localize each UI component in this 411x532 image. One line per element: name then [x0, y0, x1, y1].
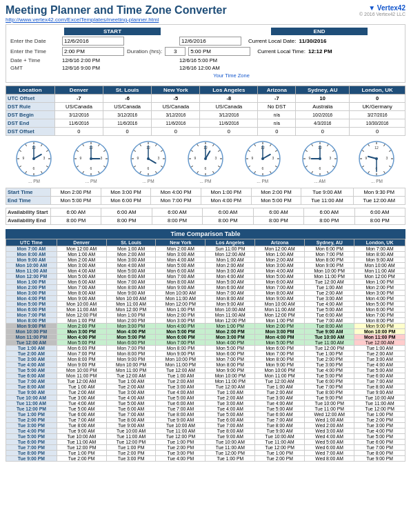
location-col-header: Location	[6, 86, 55, 95]
current-local-time-value: 12:12 PM	[308, 48, 332, 55]
time-cell: Mon 2:00 PM	[57, 324, 106, 329]
times-table: Start Time Mon 2:00 PM Mon 3:00 PM Mon 4…	[6, 188, 405, 205]
location-table: Location Denver St. Louis New York Los A…	[6, 86, 405, 136]
time-cell: Mon 10:00 PM	[156, 357, 206, 362]
table-row: Tue 2:00 AMMon 7:00 PMMon 8:00 PMMon 9:0…	[6, 351, 405, 357]
utc-time-cell: Mon 11:00 AM	[6, 268, 57, 274]
table-row: Mon 7:00 PMMon 12:00 PMMon 1:00 PMMon 2:…	[6, 313, 405, 318]
time-cell: Tue 5:00 PM	[354, 434, 405, 440]
time-cell: Mon 2:00 PM	[106, 318, 156, 324]
time-cell: Mon 7:00 PM	[57, 351, 106, 357]
current-local-date-value: 11/30/2016	[299, 38, 326, 44]
time-cell: Mon 11:00 PM	[106, 368, 156, 373]
time-cell: Mon 6:00 PM	[354, 307, 405, 313]
time-cell: Tue 11:00 AM	[57, 440, 106, 445]
stlouis-col-header: St. Louis	[103, 86, 152, 95]
time-cell: Mon 8:00 PM	[206, 362, 255, 368]
time-cell: Mon 7:00 AM	[57, 285, 106, 290]
time-cell: Mon 8:00 PM	[354, 318, 405, 324]
time-cell: Tue 6:00 AM	[354, 373, 405, 379]
utc-time-cell: Tue 3:00 PM	[6, 423, 57, 428]
comp-col-3: New York	[156, 239, 206, 246]
start-denver: Mon 2:00 PM	[51, 188, 101, 197]
svg-point-39	[90, 157, 92, 160]
utc-offset-row: UTC Offset -7 -6 -5 -8 -7 10 0	[6, 95, 405, 103]
utc-time-cell: Tue 4:00 AM	[6, 362, 57, 368]
table-row: Mon 11:00 PMMon 4:00 PMMon 5:00 PMMon 6:…	[6, 335, 405, 340]
time-cell: Tue 4:00 AM	[57, 401, 106, 406]
newyork-col-header: New York	[152, 86, 200, 95]
time-cell: Mon 1:00 AM	[57, 252, 106, 257]
clock-face: 12369	[130, 140, 167, 179]
comp-col-5: Arizona	[255, 239, 305, 246]
clock-face: 12369	[72, 140, 110, 179]
time-cell: Tue 3:00 AM	[156, 384, 206, 390]
time-cell: Tue 9:00 AM	[57, 428, 106, 434]
time-cell: Mon 5:00 PM	[156, 329, 206, 335]
svg-text:6: 6	[205, 166, 207, 170]
end-stlouis: Mon 6:00 PM	[101, 197, 151, 205]
time-cell: Tue 1:00 AM	[106, 379, 156, 384]
time-cell: Tue 8:00 AM	[206, 428, 255, 434]
time-cell: Mon 5:00 AM	[156, 263, 206, 268]
time-cell: Mon 11:00 AM	[57, 307, 106, 313]
clock-label: ... PM	[199, 179, 211, 184]
end-time-input[interactable]	[188, 47, 250, 56]
time-cell: Tue 7:00 AM	[57, 417, 106, 423]
svg-text:3: 3	[272, 156, 274, 160]
time-cell: Tue 8:00 AM	[255, 423, 305, 428]
time-cell: Mon 4:00 AM	[57, 268, 106, 274]
time-cell: Tue 4:00 AM	[206, 406, 255, 412]
time-cell: Mon 6:00 PM	[57, 346, 106, 351]
time-cell: Tue 12:00 AM	[57, 379, 106, 384]
time-cell: Mon 1:00 AM	[106, 246, 156, 252]
time-cell: Mon 9:00 PM	[106, 357, 156, 362]
time-cell: Tue 1:00 PM	[106, 445, 156, 451]
clock-face: 12369	[244, 140, 281, 179]
time-cell: Mon 3:00 AM	[57, 263, 106, 268]
time-cell: Tue 1:00 AM	[354, 346, 405, 351]
dst-offset-row: DST Offset 0 0 0 0 0 0 0	[6, 128, 405, 136]
table-row: Mon 1:00 PMMon 6:00 AMMon 7:00 AMMon 8:0…	[6, 279, 405, 285]
time-cell: Tue 8:00 AM	[106, 417, 156, 423]
time-cell: Mon 4:00 AM	[255, 268, 305, 274]
time-cell: Tue 12:00 AM	[305, 279, 354, 285]
time-cell: Tue 10:00 AM	[106, 428, 156, 434]
duration-input[interactable]	[165, 47, 186, 56]
clock-label: ... PM	[143, 179, 154, 184]
clocks-section: 12369 ... PM 12369 ... PM 12369 ... PM 1…	[6, 140, 405, 184]
time-cell: Tue 2:00 AM	[354, 351, 405, 357]
start-time-input[interactable]	[62, 47, 124, 56]
time-cell: Mon 2:00 PM	[156, 313, 206, 318]
svg-text:6: 6	[90, 166, 92, 170]
header-link[interactable]: http://www.vertex42.com/ExcelTemplates/m…	[6, 17, 227, 23]
table-row: Mon 7:00 AMMon 12:00 AMMon 1:00 AMMon 2:…	[6, 246, 405, 252]
end-header: END	[271, 28, 368, 35]
time-cell: Tue 6:00 AM	[106, 406, 156, 412]
time-cell: Mon 6:00 PM	[206, 351, 255, 357]
svg-text:6: 6	[33, 166, 35, 170]
table-row: Tue 2:00 PMTue 7:00 AMTue 8:00 AMTue 9:0…	[6, 417, 405, 423]
time-cell: Tue 3:00 PM	[156, 451, 206, 456]
time-cell: Mon 2:00 AM	[57, 257, 106, 263]
end-date-input[interactable]	[179, 37, 241, 46]
time-cell: Mon 12:00 AM	[255, 246, 305, 252]
header-logo: ▼ Vertex42 © 2016 Vertex42 LLC	[359, 4, 405, 17]
time-cell: Tue 11:00 PM	[305, 406, 354, 412]
time-cell: Mon 11:00 AM	[255, 307, 305, 313]
avail-start-la: 6:00 AM	[203, 208, 253, 217]
start-newyork: Mon 4:00 PM	[151, 188, 201, 197]
time-cell: Mon 9:00 PM	[354, 324, 405, 329]
start-date-input[interactable]	[62, 37, 124, 46]
time-cell: Mon 12:00 AM	[206, 252, 255, 257]
time-cell: Tue 9:00 PM	[305, 395, 354, 401]
duration-label: Duration (hrs):	[127, 48, 162, 55]
time-cell: Tue 4:00 AM	[106, 395, 156, 401]
dst-begin-label: DST Begin	[6, 111, 55, 119]
time-cell: Mon 10:00 AM	[255, 302, 305, 307]
time-cell: Wed 8:00 AM	[305, 456, 354, 462]
time-label: Enter the Time	[10, 48, 62, 55]
time-cell: Mon 4:00 AM	[106, 263, 156, 268]
time-cell: Tue 4:00 PM	[156, 456, 206, 462]
time-cell: Mon 9:00 AM	[255, 296, 305, 302]
